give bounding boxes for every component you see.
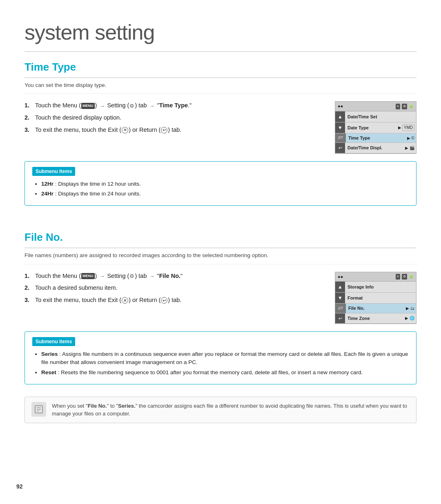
file-no-content: 1. Touch the Menu (MENU) → Setting (⚙) t…: [24, 272, 416, 324]
cam-label-time-type: Time Type: [346, 133, 405, 143]
cam-row-time-type: 2/7 Time Type ▶ ©: [335, 133, 416, 143]
cam-page-indicator-fileno: 1/7: [335, 304, 346, 313]
cam-value-storage-info: [413, 286, 416, 288]
return-icon: ↩: [161, 297, 167, 304]
cam-label-format: Format: [345, 293, 413, 303]
cam-label-datetime-set: Date/Time Set: [345, 112, 413, 122]
cam-label-file-no: File No.: [346, 304, 404, 313]
time-type-submenu-box: Submenu items 12Hr : Displays the time i…: [24, 161, 416, 206]
cam-up-ctrl: ▲: [335, 111, 345, 122]
exit-icon: ✕: [122, 297, 128, 304]
cam-row-datetime-display: ↩ Date/Time Displ. ▶ 🎬: [335, 143, 416, 153]
cam-value-datetime-set: [413, 115, 416, 118]
cam-oo-icon: ●●: [338, 103, 343, 110]
submenu-item-series: Series : Assigns file numbers in a conti…: [41, 350, 409, 367]
cam-battery-icon-fileno: 🔋: [409, 273, 414, 280]
cam-menu-icon-fileno: ≡: [396, 274, 400, 280]
time-type-content: 1. Touch the Menu (MENU) → Setting (⚙) t…: [24, 101, 416, 154]
cam-label-time-zone: Time Zone: [345, 314, 403, 323]
time-type-step-1: 1. Touch the Menu (MENU) → Setting (⚙) t…: [24, 101, 323, 110]
time-type-submenu-title: Submenu items: [32, 167, 75, 176]
time-type-description: You can set the time display type.: [24, 81, 416, 94]
cam-value-time-zone: ▶ 🌐: [403, 314, 416, 322]
step-text: Touch the Menu (MENU) → Setting (⚙) tab …: [35, 101, 323, 110]
time-type-heading: Time Type: [24, 59, 416, 78]
submenu-item-reset: Reset : Resets the file numbering sequen…: [41, 369, 409, 377]
cam-page-indicator: 2/7: [335, 133, 346, 143]
cam-top-icons-fileno: ≡ ⚙ 🔋: [396, 273, 414, 280]
cam-setting-icon: ⚙: [402, 104, 407, 109]
cam-value-datetime-display: ▶ 🎬: [403, 144, 416, 152]
cam-oo-icon-fileno: ●●: [338, 273, 343, 280]
submenu-desc-24hr: : Displays the time in 24 hour units.: [55, 191, 141, 197]
step-number: 3.: [24, 296, 32, 305]
return-icon: ↩: [161, 127, 167, 133]
time-type-steps: 1. Touch the Menu (MENU) → Setting (⚙) t…: [24, 101, 323, 138]
cam-down-ctrl: ▼: [335, 122, 345, 133]
cam-down-ctrl-fileno: ▼: [335, 293, 345, 303]
time-type-submenu-list: 12Hr : Displays the time in 12 hour unit…: [32, 180, 409, 198]
cam-up-ctrl-fileno: ▲: [335, 282, 345, 292]
cam-setting-icon-fileno: ⚙: [402, 274, 407, 280]
submenu-item-24hr: 24Hr : Displays the time in 24 hour unit…: [41, 190, 409, 198]
step-number: 3.: [24, 126, 32, 135]
step-text: Touch the desired display option.: [35, 113, 323, 122]
step-text: To exit the menu, touch the Exit (✕) or …: [35, 296, 323, 305]
cam-value-file-no: ▶ 🗂: [404, 304, 416, 313]
setting-gear-icon: ⚙: [129, 102, 134, 110]
cam-menu-icon: ≡: [396, 104, 400, 109]
setting-gear-icon: ⚙: [129, 272, 134, 280]
menu-icon: MENU: [81, 273, 95, 280]
camera-menu-time-type: ●● ≡ ⚙ 🔋 ▲ Date/Time Set ▼ Date Type ▶ Y…: [335, 101, 416, 154]
file-no-step-2: 2. Touch a desired submenu item.: [24, 284, 323, 293]
cam-value-time-type: ▶ ©: [405, 133, 416, 143]
cam-label-date-type: Date Type: [345, 123, 396, 133]
step-number: 1.: [24, 272, 32, 281]
file-no-submenu-box: Submenu items Series : Assigns file numb…: [24, 331, 416, 384]
submenu-desc-series: : Assigns file numbers in a continuous s…: [41, 351, 408, 365]
cam-row-date-type: ▼ Date Type ▶ YMD: [335, 122, 416, 133]
step-number: 2.: [24, 284, 32, 293]
cam-row-datetime-set: ▲ Date/Time Set: [335, 111, 416, 122]
step-number: 2.: [24, 113, 32, 122]
file-no-step-3: 3. To exit the menu, touch the Exit (✕) …: [24, 296, 323, 305]
note-text: When you set "File No." to "Series." the…: [52, 402, 410, 418]
cam-return-ctrl: ↩: [335, 143, 345, 153]
exit-icon: ✕: [122, 127, 128, 133]
cam-value-date-type: ▶ YMD: [396, 123, 416, 132]
menu-icon: MENU: [81, 103, 95, 109]
note-box: When you set "File No." to "Series." the…: [24, 397, 416, 423]
file-no-steps: 1. Touch the Menu (MENU) → Setting (⚙) t…: [24, 272, 323, 308]
time-type-step-3: 3. To exit the menu, touch the Exit (✕) …: [24, 126, 323, 135]
cam-row-storage-info: ▲ Storage Info: [335, 282, 416, 293]
file-no-step-1: 1. Touch the Menu (MENU) → Setting (⚙) t…: [24, 272, 323, 281]
cam-value-format: [413, 297, 416, 299]
cam-label-datetime-display: Date/Time Displ.: [345, 143, 403, 153]
page-title: system setting: [24, 16, 416, 52]
submenu-desc-reset: : Resets the file numbering sequence to …: [58, 369, 363, 375]
file-no-description: File names (numbers) are assigned to rec…: [24, 251, 416, 264]
note-icon: [31, 402, 46, 417]
file-no-submenu-title: Submenu items: [32, 337, 75, 346]
submenu-desc-12hr: : Displays the time in 12 hour units.: [55, 181, 141, 187]
cam-return-ctrl-fileno: ↩: [335, 313, 345, 324]
submenu-term-series: Series: [41, 351, 58, 357]
submenu-term-12hr: 12Hr: [41, 181, 53, 187]
step-text: To exit the menu, touch the Exit (✕) or …: [35, 126, 323, 135]
cam-row-time-zone: ↩ Time Zone ▶ 🌐: [335, 313, 416, 324]
page-number: 92: [16, 482, 23, 491]
step-number: 1.: [24, 101, 32, 110]
submenu-term-reset: Reset: [41, 369, 56, 375]
submenu-item-12hr: 12Hr : Displays the time in 12 hour unit…: [41, 180, 409, 188]
camera-menu-file-no: ●● ≡ ⚙ 🔋 ▲ Storage Info ▼ Format 1/7 Fil…: [335, 272, 416, 324]
cam-row-format: ▼ Format: [335, 293, 416, 304]
cam-top-icons: ≡ ⚙ 🔋: [396, 103, 414, 109]
file-no-submenu-list: Series : Assigns file numbers in a conti…: [32, 350, 409, 377]
time-type-step-2: 2. Touch the desired display option.: [24, 113, 323, 122]
cam-label-storage-info: Storage Info: [345, 282, 413, 292]
cam-row-file-no: 1/7 File No. ▶ 🗂: [335, 304, 416, 313]
step-text: Touch a desired submenu item.: [35, 284, 323, 293]
cam-battery-icon: 🔋: [409, 103, 414, 109]
submenu-term-24hr: 24Hr: [41, 191, 53, 197]
cam-menu-top-bar: ●● ≡ ⚙ 🔋: [335, 102, 416, 111]
